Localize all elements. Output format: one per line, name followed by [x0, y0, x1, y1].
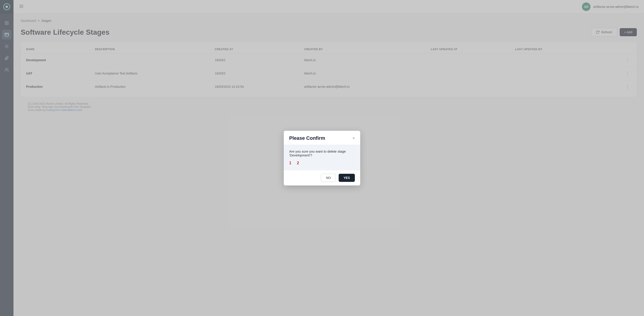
modal-body: Are you sure you want to delete stage 'D…	[284, 145, 360, 170]
modal-body-text: Are you sure you want to delete stage 'D…	[289, 149, 355, 157]
modal-num-1: 1	[289, 161, 292, 165]
modal-close-button[interactable]: ×	[352, 136, 355, 140]
modal-overlay: Please Confirm × Are you sure you want t…	[0, 0, 644, 316]
modal-footer: NO YES	[284, 170, 360, 185]
yes-button[interactable]: YES	[339, 174, 355, 182]
modal-title: Please Confirm	[289, 135, 325, 141]
modal-numbers: 1 2	[289, 161, 355, 165]
no-button[interactable]: NO	[321, 174, 336, 182]
modal-num-2: 2	[297, 161, 299, 165]
confirm-modal: Please Confirm × Are you sure you want t…	[284, 131, 360, 185]
modal-header: Please Confirm ×	[284, 131, 360, 145]
